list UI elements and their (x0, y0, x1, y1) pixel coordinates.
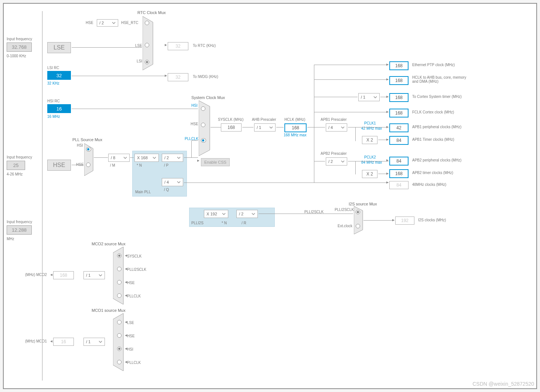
pll-n-lbl: * N (137, 163, 142, 167)
apb1-mult: X 2 (362, 136, 377, 144)
lse-source: LSE (47, 42, 71, 53)
i2smux-in2: Ext.clock (338, 224, 352, 228)
mco2-r4[interactable] (117, 293, 122, 298)
pll-p[interactable]: / 2 (162, 154, 183, 162)
mco2-r3[interactable] (117, 280, 122, 284)
mco1-r4[interactable] (117, 360, 122, 364)
sysclk-val: 168 (221, 123, 242, 132)
enable-css[interactable]: Enable CSS (201, 158, 230, 166)
mco1-out: 16 (53, 338, 74, 346)
rtc-out-lbl: To RTC (KHz) (193, 44, 216, 48)
rtc-hse-lbl: HSE (86, 21, 93, 25)
lse-input[interactable]: 32.768 (7, 42, 32, 52)
hclk-val[interactable]: 168 (284, 123, 307, 132)
mco1-div[interactable]: / 1 (83, 338, 105, 346)
out-usb48-lbl: 48MHz clocks (MHz) (412, 183, 446, 187)
mco1-r1[interactable] (117, 320, 122, 324)
rtc-mux-hse[interactable] (145, 21, 149, 25)
pll-title: Main PLL (135, 190, 151, 194)
iwdg-out: 32 (168, 73, 188, 81)
mco1-r3[interactable] (117, 347, 122, 351)
pll-n[interactable]: X 168 (134, 154, 159, 162)
out-cortex[interactable]: 168 (389, 93, 409, 102)
watermark: CSDN @weixin_52872520 (472, 381, 534, 387)
mco2-r1[interactable] (117, 253, 122, 258)
pll-p-lbl: / P (164, 163, 168, 167)
i2smux-r1[interactable] (356, 210, 360, 214)
sysmux-hse-radio[interactable] (201, 123, 205, 127)
i2smux-title: I2S source Mux (349, 202, 377, 206)
apb1-lbl: APB1 Prescaler (321, 117, 347, 122)
hclk-max: 168 MHz max (284, 133, 307, 137)
hse-range: 4-26 MHz (7, 172, 23, 176)
pllsrc-hsi-radio[interactable] (86, 147, 91, 151)
ahb-div[interactable]: / 1 (254, 123, 276, 132)
hse-input[interactable]: 25 (7, 161, 25, 170)
lsi-source: 32 (47, 71, 71, 80)
pll-m[interactable]: / 8 (108, 154, 130, 162)
mco1-in2: HSE (127, 334, 135, 338)
out-apb1t-lbl: APB1 Timer clocks (MHz) (412, 137, 454, 142)
mco1-lbl: (MHz) MCO1 (25, 339, 47, 343)
lse-input-label: Input frequency (7, 37, 32, 41)
out-apb1p-lbl: APB1 peripheral clocks (MHz) (412, 125, 461, 129)
out-eth[interactable]: 168 (389, 61, 409, 70)
out-apb2t[interactable]: 168 (389, 169, 409, 178)
mco1-r2[interactable] (117, 333, 122, 338)
mco2-in2: PLLI2SCLK (127, 267, 146, 272)
out-fclk-lbl: FCLK Cortex clock (MHz) (412, 110, 454, 114)
out-i2s-lbl: I2S clocks (MHz) (418, 218, 446, 222)
pll-m-lbl: / M (110, 163, 115, 167)
hsi-title: HSI RC (47, 99, 60, 103)
apb1-div[interactable]: / 4 (326, 123, 347, 132)
apb1-pclk: PCLK1 (364, 121, 376, 125)
rtc-mux-lsi[interactable] (145, 60, 149, 64)
out-cortex-lbl: To Cortex System timer (MHz) (412, 95, 462, 99)
mco2-in1: SYSCLK (127, 254, 141, 258)
sysmux-hsi-radio[interactable] (201, 106, 205, 111)
out-i2s: 192 (395, 217, 414, 225)
out-apb2p[interactable]: 84 (389, 157, 409, 166)
rtc-hse-div[interactable]: / 2 (97, 19, 118, 27)
lsi-title: LSI RC (47, 66, 59, 70)
plli2s-n[interactable]: X 192 (204, 210, 228, 218)
mco1-in3: HSI (127, 347, 133, 351)
sysmux-title: System Clock Mux (191, 95, 225, 100)
i2s-input-label: Input frequency (7, 220, 32, 224)
apb2-lbl: APB2 Prescaler (321, 151, 347, 156)
mco2-in4: PLLCLK (127, 294, 141, 298)
lse-range: 0-1000 KHz (7, 54, 26, 58)
out-apb1p[interactable]: 42 (389, 123, 409, 132)
pll-q-lbl: / Q (164, 188, 169, 192)
out-apb1t[interactable]: 84 (389, 136, 409, 145)
mco2-lbl: (MHz) MCO2 (25, 273, 47, 277)
hsi-sub: 16 MHz (47, 115, 60, 119)
lsi-sub: 32 KHz (47, 81, 59, 85)
apb2-pclk: PCLK2 (364, 155, 376, 159)
i2s-input[interactable]: 12.288 (7, 225, 32, 235)
css-arrow (197, 160, 199, 162)
plli2s-r[interactable]: / 2 (236, 210, 258, 218)
out-apb2p-lbl: APB2 peripheral clocks (MHz) (412, 158, 461, 162)
mco2-div[interactable]: / 1 (83, 271, 105, 279)
pllsrc-hse-radio[interactable] (86, 163, 90, 167)
cortex-div[interactable]: / 1 (358, 93, 380, 101)
rtc-hsertc: HSE_RTC (121, 21, 139, 25)
out-hclk[interactable]: 168 (389, 76, 409, 85)
sysclk-lbl: SYSCLK (MHz) (218, 117, 243, 122)
pllsrc-title: PLL Source Mux (72, 137, 102, 142)
apb2-div[interactable]: / 2 (326, 157, 347, 166)
i2smux-r2[interactable] (356, 224, 360, 228)
mco1-in1: LSE (127, 321, 134, 325)
out-fclk[interactable]: 168 (389, 109, 409, 117)
sysmux-pll-radio[interactable] (201, 138, 206, 143)
rtc-mux-lse[interactable] (145, 43, 149, 47)
hse-source: HSE (47, 160, 71, 171)
clock-diagram: Input frequency 32.768 0-1000 KHz Input … (3, 3, 537, 389)
pll-q[interactable]: / 4 (162, 178, 183, 186)
plli2s-r-lbl: / R (242, 221, 246, 225)
i2s-unit: MHz (7, 237, 14, 241)
mco2-r2[interactable] (117, 267, 122, 271)
sysmux-hsi: HSI (191, 103, 198, 108)
mco2-out: 168 (53, 271, 74, 279)
